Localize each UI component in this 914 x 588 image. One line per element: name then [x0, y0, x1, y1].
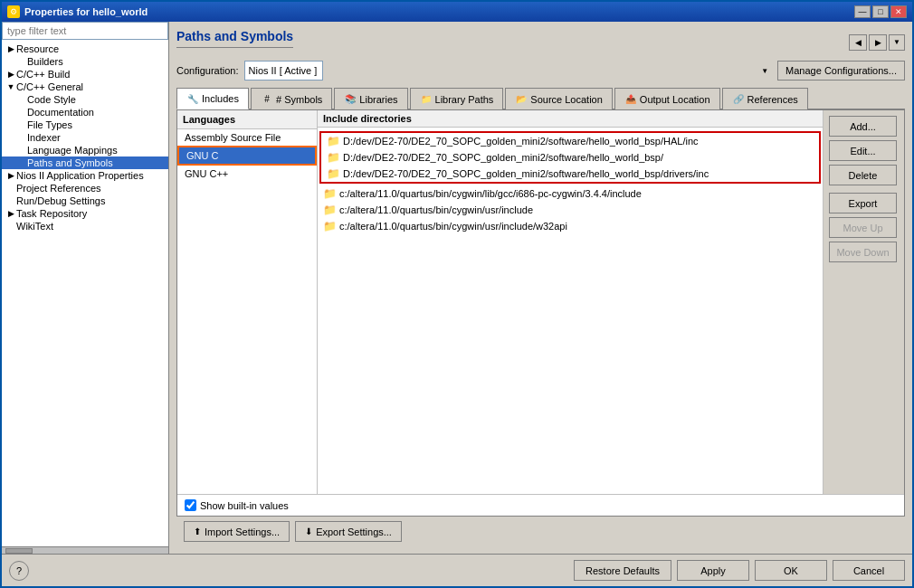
lang-item-gnu-c[interactable]: GNU C [177, 146, 317, 166]
tree-item-builders[interactable]: Builders [2, 55, 168, 68]
add-button[interactable]: Add... [829, 116, 897, 137]
export-settings-button[interactable]: ⬇ Export Settings... [295, 521, 402, 542]
tree-expand-cpp-general[interactable]: ▼ [5, 81, 16, 92]
tab-icon-references: 🔗 [732, 93, 745, 106]
export-button[interactable]: Export [829, 193, 897, 213]
tree-expand-nios2-app-properties[interactable]: ▶ [5, 170, 16, 181]
tree-item-resource[interactable]: ▶Resource [2, 43, 168, 55]
tab-references[interactable]: 🔗References [722, 88, 808, 109]
nav-back-button[interactable]: ◀ [849, 34, 867, 51]
tree-label-task-repository: Task Repository [16, 208, 87, 219]
tab-library-paths[interactable]: 📁Library Paths [410, 88, 504, 109]
dir-path: D:/dev/DE2-70/DE2_70_SOPC_golden_mini2/s… [343, 152, 663, 163]
tab-label-includes: Includes [202, 93, 239, 104]
filter-input[interactable] [2, 22, 168, 40]
tree-label-language-mappings: Language Mappings [27, 145, 118, 156]
tree-item-task-repository[interactable]: ▶Task Repository [2, 207, 168, 220]
tab-label-symbols: # Symbols [276, 94, 322, 105]
close-button[interactable]: ✕ [890, 5, 907, 18]
tree-item-paths-and-symbols[interactable]: Paths and Symbols [2, 156, 168, 169]
dir-item-highlighted-2[interactable]: 📁D:/dev/DE2-70/DE2_70_SOPC_golden_mini2/… [321, 166, 819, 182]
tab-output-location[interactable]: 📤Output Location [614, 88, 720, 109]
help-button[interactable]: ? [9, 561, 29, 581]
restore-defaults-button[interactable]: Restore Defaults [574, 560, 671, 581]
tabs-and-content: 🔧Includes## Symbols📚Libraries📁Library Pa… [176, 88, 905, 546]
tree-indent-builders [16, 56, 27, 67]
dir-item-1[interactable]: 📁c:/altera/11.0/quartus/bin/cygwin/usr/i… [318, 202, 823, 218]
folder-icon: 📁 [323, 187, 336, 200]
tree-item-cpp-general[interactable]: ▼C/C++ General [2, 81, 168, 93]
panel-header-row: Paths and Symbols ◀ ▶ ▼ [176, 29, 905, 55]
tree-expand-task-repository[interactable]: ▶ [5, 208, 16, 219]
nav-dropdown-button[interactable]: ▼ [889, 34, 905, 51]
export-icon: ⬇ [305, 526, 312, 536]
config-select[interactable]: Nios II [ Active ] [244, 61, 323, 81]
maximize-button[interactable]: □ [872, 5, 889, 18]
tree-item-nios2-app-properties[interactable]: ▶Nios II Application Properties [2, 169, 168, 182]
tree-item-language-mappings[interactable]: Language Mappings [2, 144, 168, 156]
nav-controls: ◀ ▶ ▼ [849, 34, 905, 51]
tree-label-paths-and-symbols: Paths and Symbols [27, 157, 113, 168]
left-panel: ▶Resource Builders▶C/C++ Build▼C/C++ Gen… [2, 22, 169, 554]
tree-indent-project-references [5, 183, 16, 194]
tree-label-indexer: Indexer [27, 132, 61, 143]
tree-item-wikitext[interactable]: WikiText [2, 220, 168, 232]
config-select-wrapper: Nios II [ Active ] [244, 61, 773, 81]
tab-includes[interactable]: 🔧Includes [176, 88, 249, 109]
dir-path: c:/altera/11.0/quartus/bin/cygwin/lib/gc… [339, 188, 642, 199]
tree-indent-paths-and-symbols [16, 157, 27, 168]
show-builtin-label[interactable]: Show built-in values [185, 499, 289, 511]
lang-item-assembly[interactable]: Assembly Source File [177, 129, 317, 146]
dir-item-2[interactable]: 📁c:/altera/11.0/quartus/bin/cygwin/usr/i… [318, 218, 823, 234]
apply-button[interactable]: Apply [677, 560, 749, 581]
tab-icon-libraries: 📚 [344, 93, 357, 106]
ok-button[interactable]: OK [755, 560, 827, 581]
tree-item-code-style[interactable]: Code Style [2, 93, 168, 106]
tab-source-location[interactable]: 📂Source Location [505, 88, 613, 109]
tabs-container: 🔧Includes## Symbols📚Libraries📁Library Pa… [176, 88, 905, 109]
tab-libraries[interactable]: 📚Libraries [334, 88, 407, 109]
horizontal-scrollbar[interactable] [2, 546, 168, 554]
tree-label-file-types: File Types [27, 119, 72, 130]
import-settings-button[interactable]: ⬆ Import Settings... [184, 521, 290, 542]
cancel-button[interactable]: Cancel [833, 560, 905, 581]
tab-content-wrapper: Languages Assembly Source FileGNU CGNU C… [176, 109, 905, 517]
lang-item-gnu-cpp[interactable]: GNU C++ [177, 166, 317, 182]
tree-item-run-debug-settings[interactable]: Run/Debug Settings [2, 194, 168, 207]
import-icon: ⬆ [194, 526, 201, 536]
tab-icon-includes: 🔧 [186, 92, 199, 105]
move-up-button[interactable]: Move Up [829, 217, 897, 238]
dir-item-highlighted-0[interactable]: 📁D:/dev/DE2-70/DE2_70_SOPC_golden_mini2/… [321, 133, 819, 149]
show-builtin-checkbox[interactable] [185, 499, 196, 511]
tree-indent-indexer [16, 132, 27, 143]
config-label: Configuration: [176, 65, 239, 76]
tree-label-wikitext: WikiText [16, 221, 53, 232]
tree-item-project-references[interactable]: Project References [2, 182, 168, 194]
minimize-button[interactable]: — [854, 5, 871, 18]
move-down-button[interactable]: Move Down [829, 242, 897, 262]
manage-configurations-button[interactable]: Manage Configurations... [777, 61, 905, 81]
delete-button[interactable]: Delete [829, 165, 897, 185]
tree-expand-cpp-build[interactable]: ▶ [5, 69, 16, 80]
tree-expand-resource[interactable]: ▶ [5, 43, 16, 54]
tree-indent-documentation [16, 107, 27, 118]
tree-label-builders: Builders [27, 56, 63, 67]
title-bar-left: ⚙ Properties for hello_world [7, 5, 148, 18]
dir-item-highlighted-1[interactable]: 📁D:/dev/DE2-70/DE2_70_SOPC_golden_mini2/… [321, 149, 819, 166]
show-builtin-text: Show built-in values [200, 500, 289, 511]
tree-item-file-types[interactable]: File Types [2, 119, 168, 131]
edit-button[interactable]: Edit... [829, 140, 897, 161]
tree-item-documentation[interactable]: Documentation [2, 106, 168, 119]
dir-path: c:/altera/11.0/quartus/bin/cygwin/usr/in… [339, 221, 567, 232]
tree-item-indexer[interactable]: Indexer [2, 131, 168, 144]
tree-label-documentation: Documentation [27, 107, 94, 118]
scroll-thumb[interactable] [5, 548, 33, 554]
side-buttons-column: Add... Edit... Delete Export Move Up Mov… [823, 110, 904, 494]
directory-list: 📁D:/dev/DE2-70/DE2_70_SOPC_golden_mini2/… [318, 128, 823, 494]
tab-bottom: Show built-in values [177, 494, 904, 516]
tree-item-cpp-build[interactable]: ▶C/C++ Build [2, 68, 168, 81]
tab-symbols[interactable]: ## Symbols [251, 88, 332, 109]
bottom-right: Restore Defaults Apply OK Cancel [574, 560, 905, 581]
dir-item-0[interactable]: 📁c:/altera/11.0/quartus/bin/cygwin/lib/g… [318, 185, 823, 202]
nav-forward-button[interactable]: ▶ [869, 34, 887, 51]
